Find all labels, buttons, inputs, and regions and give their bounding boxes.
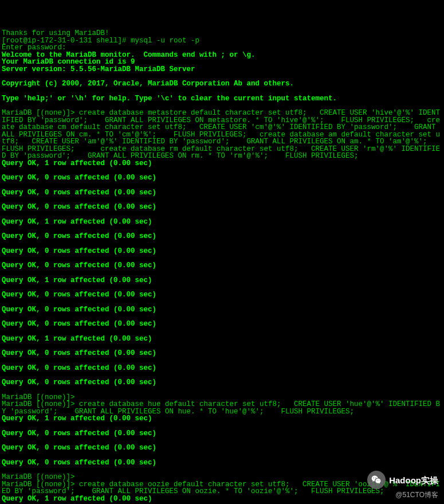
terminal-line (2, 357, 442, 365)
terminal-line: Query OK, 0 rows affected (0.00 sec) (2, 430, 442, 437)
watermark-bottom-text: @51CTO博客 (395, 491, 438, 498)
terminal-line: Query OK, 1 row affected (0.00 sec) (2, 160, 442, 167)
terminal-line: Query OK, 0 rows affected (0.00 sec) (2, 189, 442, 197)
terminal-line (2, 328, 442, 335)
terminal-line: Query OK, 1 row affected (0.00 sec) (2, 335, 442, 343)
terminal-line: Query OK, 0 rows affected (0.00 sec) (2, 365, 442, 372)
terminal-line (2, 269, 442, 277)
terminal-line: Type 'help;' or '\h' for help. Type '\c'… (2, 95, 442, 103)
terminal-output[interactable]: Thanks for using MariaDB![root@ip-172-31… (2, 30, 442, 504)
terminal-line: Query OK, 0 rows affected (0.00 sec) (2, 350, 442, 357)
terminal-line: Query OK, 0 rows affected (0.00 sec) (2, 262, 442, 269)
terminal-line (2, 182, 442, 189)
terminal-line: Query OK, 0 rows affected (0.00 sec) (2, 233, 442, 240)
terminal-line: MariaDB [(none)]> create database metast… (2, 110, 442, 160)
wechat-icon (367, 471, 386, 489)
terminal-line: Query OK, 0 rows affected (0.00 sec) (2, 291, 442, 299)
terminal-line: Query OK, 1 row affected (0.00 sec) (2, 277, 442, 284)
terminal-line: Query OK, 0 rows affected (0.00 sec) (2, 321, 442, 328)
terminal-line: Query OK, 1 row affected (0.00 sec) (2, 218, 442, 226)
terminal-line: Query OK, 0 rows affected (0.00 sec) (2, 174, 442, 182)
terminal-line (2, 423, 442, 430)
terminal-line (2, 452, 442, 459)
terminal-line: Server version: 5.5.56-MariaDB MariaDB S… (2, 66, 442, 73)
terminal-line: Query OK, 0 rows affected (0.00 sec) (2, 248, 442, 255)
terminal-line (2, 211, 442, 218)
terminal-line: Query OK, 0 rows affected (0.00 sec) (2, 379, 442, 386)
terminal-line: Thanks for using MariaDB! (2, 30, 442, 37)
terminal-line: [root@ip-172-31-0-131 shell]# mysql -u r… (2, 37, 442, 45)
terminal-line: Enter password: (2, 44, 442, 52)
watermark: Hadoop实操 @51CTO博客 (367, 471, 438, 498)
terminal-line: Query OK, 1 row affected (0.00 sec) (2, 415, 442, 423)
terminal-line: Query OK, 0 rows affected (0.00 sec) (2, 204, 442, 211)
terminal-line (2, 299, 442, 306)
terminal-line (2, 386, 442, 394)
terminal-line (2, 240, 442, 248)
terminal-line: Copyright (c) 2000, 2017, Oracle, MariaD… (2, 80, 442, 88)
terminal-line: Query OK, 0 rows affected (0.00 sec) (2, 444, 442, 452)
watermark-top-text: Hadoop实操 (389, 476, 438, 485)
terminal-line: Query OK, 0 rows affected (0.00 sec) (2, 459, 442, 467)
terminal-line: Query OK, 0 rows affected (0.00 sec) (2, 306, 442, 314)
terminal-line (2, 88, 442, 95)
terminal-line: Your MariaDB connection id is 9 (2, 58, 442, 66)
terminal-line: MariaDB [(none)]> create database hue de… (2, 401, 442, 415)
